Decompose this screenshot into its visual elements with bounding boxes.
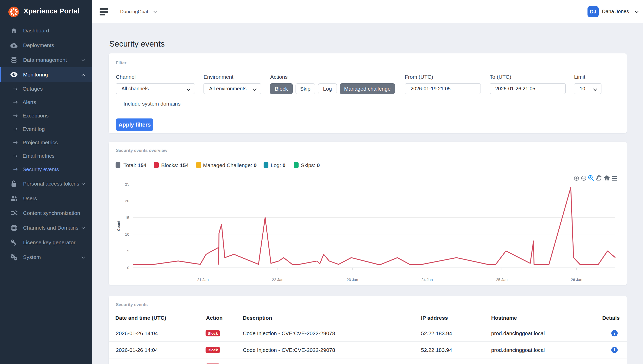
svg-text:25: 25 xyxy=(125,182,129,186)
svg-text:25 Jan: 25 Jan xyxy=(496,277,507,282)
svg-text:5: 5 xyxy=(127,249,129,253)
svg-text:0: 0 xyxy=(127,266,129,270)
svg-text:22 Jan: 22 Jan xyxy=(272,277,283,282)
svg-text:21 Jan: 21 Jan xyxy=(197,277,209,282)
svg-text:23 Jan: 23 Jan xyxy=(347,277,358,282)
svg-text:20: 20 xyxy=(125,199,129,203)
svg-text:26 Jan: 26 Jan xyxy=(571,277,582,282)
svg-text:Count: Count xyxy=(117,220,121,231)
svg-text:24 Jan: 24 Jan xyxy=(421,277,433,282)
svg-text:10: 10 xyxy=(125,232,129,236)
svg-text:15: 15 xyxy=(125,215,129,220)
